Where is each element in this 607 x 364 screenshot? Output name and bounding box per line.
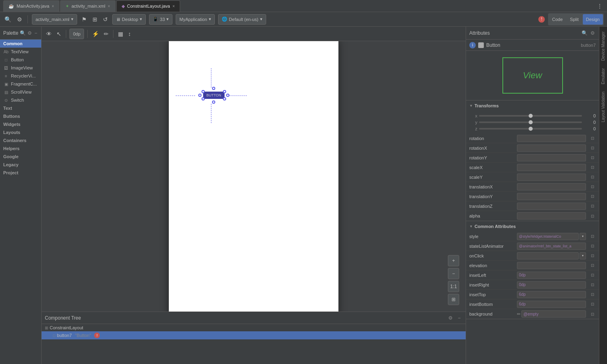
palette-item-switch[interactable]: ⊙ Switch <box>0 96 41 104</box>
tab-constraint-layout[interactable]: ◆ ConstraintLayout.java × <box>116 0 180 12</box>
attr-insetTop-value[interactable]: 6dp <box>517 291 586 298</box>
design-canvas[interactable]: 📌 BUTTON <box>42 41 466 312</box>
handle-mr[interactable] <box>226 94 229 97</box>
palette-item-scrollview[interactable]: ▤ ScrollView <box>0 88 41 96</box>
category-containers[interactable]: Containers <box>0 136 41 144</box>
handle-br[interactable] <box>223 97 226 100</box>
attr-rotationY-value[interactable] <box>517 154 586 161</box>
attr-rotation-link[interactable]: ⊡ <box>589 135 596 142</box>
attr-translationY-value[interactable] <box>517 193 586 200</box>
attr-insetBottom-link[interactable]: ⊡ <box>589 301 596 308</box>
category-legacy[interactable]: Legacy <box>0 161 41 169</box>
category-helpers[interactable]: Helpers <box>0 144 41 153</box>
attr-alpha-value[interactable] <box>517 212 586 220</box>
attr-onClick-value[interactable] <box>517 252 579 259</box>
attr-stateListAnimator-value[interactable]: @animator/mtrl_btn_state_list_a <box>517 243 586 250</box>
refresh-icon[interactable]: ↺ <box>102 15 109 24</box>
rot-y-slider[interactable] <box>479 121 582 123</box>
attr-alpha-link[interactable]: ⊡ <box>589 213 596 219</box>
handle-mb[interactable] <box>212 100 215 104</box>
dp-dropdown[interactable]: 0dp <box>69 29 84 39</box>
palette-item-textview[interactable]: Ab TextView <box>0 48 41 56</box>
component-tree-collapse[interactable]: − <box>456 315 462 321</box>
split-view-button[interactable]: Split <box>567 14 582 25</box>
category-text[interactable]: Text <box>0 104 41 112</box>
category-common[interactable]: Common <box>0 40 41 48</box>
canvas-button-widget[interactable]: BUTTON <box>203 92 225 99</box>
attr-rotationX-value[interactable] <box>517 144 586 152</box>
attr-style-dropdown[interactable]: ▾ <box>580 233 586 240</box>
palette-settings-btn[interactable]: ⚙ <box>27 30 32 36</box>
api-dropdown[interactable]: 📱 33 ▾ <box>149 14 172 25</box>
attr-translationX-value[interactable] <box>517 183 586 190</box>
search-icon[interactable]: 🔍 <box>3 15 13 24</box>
palette-item-imageview[interactable]: 🖼 ImageView <box>0 64 41 72</box>
category-widgets[interactable]: Widgets <box>0 120 41 128</box>
category-layouts[interactable]: Layouts <box>0 128 41 136</box>
title-kebab-menu[interactable]: ⋮ <box>596 2 604 10</box>
attr-scaleY-value[interactable] <box>517 174 586 181</box>
palette-item-fragmentc[interactable]: ▣ FragmentC... <box>0 80 41 88</box>
close-tab-activity-xml[interactable]: × <box>108 4 110 8</box>
palette-collapse-btn[interactable]: − <box>34 30 38 36</box>
attr-background-value[interactable]: @empty <box>521 310 586 318</box>
attr-scaleX-link[interactable]: ⊡ <box>589 164 596 171</box>
attr-scaleX-value[interactable] <box>517 164 586 171</box>
attr-translationY-link[interactable]: ⊡ <box>589 193 596 200</box>
attr-translationX-link[interactable]: ⊡ <box>589 184 596 190</box>
attr-rotationY-link[interactable]: ⊡ <box>589 155 596 161</box>
attr-insetRight-value[interactable]: 0dp <box>517 281 586 289</box>
palette-item-recyclerview[interactable]: ≡ RecyclerVi... <box>0 72 41 80</box>
settings-icon[interactable]: ⚙ <box>16 15 23 24</box>
handle-mt[interactable] <box>212 87 215 90</box>
attr-elevation-value[interactable] <box>517 262 586 269</box>
attr-style-link[interactable]: ⊡ <box>589 233 596 240</box>
zoom-out-button[interactable]: − <box>448 268 459 279</box>
attr-style-value[interactable]: @style/Widget.MaterialCo <box>517 233 579 240</box>
attr-rotationX-link[interactable]: ⊡ <box>589 145 596 151</box>
orient-icon[interactable]: ⚑ <box>80 15 88 24</box>
design-view-button[interactable]: Design <box>583 14 603 25</box>
attr-insetBottom-value[interactable]: 6dp <box>517 301 586 308</box>
rot-x-slider[interactable] <box>479 115 582 117</box>
expand-button[interactable]: ⊞ <box>448 294 459 305</box>
component-tree-settings[interactable]: ⚙ <box>447 315 454 321</box>
close-tab-main-activity[interactable]: × <box>52 4 54 8</box>
arrow-icon[interactable]: ↕ <box>127 29 132 38</box>
attr-insetRight-link[interactable]: ⊡ <box>589 282 596 288</box>
desktop-dropdown[interactable]: 🖥 Desktop ▾ <box>112 14 146 25</box>
tab-activity-main-xml[interactable]: ✦ activity_main.xml × <box>60 0 116 12</box>
tab-main-activity[interactable]: ☕ MainActivity.java × <box>3 0 59 12</box>
attr-background-link[interactable]: ⊡ <box>589 311 596 317</box>
attr-insetLeft-link[interactable]: ⊡ <box>589 272 596 278</box>
eye-icon[interactable]: 👁 <box>45 29 53 38</box>
attr-onClick-dropdown[interactable]: ▾ <box>580 252 586 259</box>
cursor-icon[interactable]: ↖ <box>55 29 63 38</box>
attr-info-btn[interactable]: i <box>469 42 476 48</box>
tree-item-button7[interactable]: □ button7 "Button" ! <box>42 331 466 339</box>
attr-stateListAnimator-link[interactable]: ⊡ <box>589 243 596 249</box>
palette-search-btn[interactable]: 🔍 <box>20 30 26 36</box>
app-dropdown[interactable]: MyApplication ▾ <box>176 14 214 25</box>
attributes-settings-btn[interactable]: ⚙ <box>589 30 596 36</box>
rot-z-slider[interactable] <box>479 128 582 130</box>
handle-bl[interactable] <box>202 97 205 100</box>
file-dropdown[interactable]: activity_main.xml ▾ <box>32 14 77 25</box>
common-attributes-section-header[interactable]: ▼ Common Attributes <box>466 221 599 232</box>
attr-elevation-link[interactable]: ⊡ <box>589 262 596 269</box>
handle-tr[interactable] <box>223 90 226 93</box>
close-tab-constraint[interactable]: × <box>172 4 175 8</box>
attributes-search-btn[interactable]: 🔍 <box>581 30 588 36</box>
handle-tl[interactable] <box>202 90 205 93</box>
attr-insetTop-link[interactable]: ⊡ <box>589 291 596 298</box>
alert-button[interactable]: ! <box>538 16 545 23</box>
category-google[interactable]: Google <box>0 153 41 161</box>
attributes-scroll-area[interactable]: View ▼ Transforms x 0 y <box>466 51 599 364</box>
locale-dropdown[interactable]: 🌐 Default (en-us) ▾ <box>218 14 266 25</box>
transforms-section-header[interactable]: ▼ Transforms <box>466 100 599 111</box>
code-view-button[interactable]: Code <box>549 14 566 25</box>
category-buttons[interactable]: Buttons <box>0 112 41 120</box>
tree-item-constraint-layout[interactable]: ⊞ ConstraintLayout <box>42 324 466 331</box>
attr-scaleY-link[interactable]: ⊡ <box>589 174 596 180</box>
category-project[interactable]: Project <box>0 169 41 177</box>
